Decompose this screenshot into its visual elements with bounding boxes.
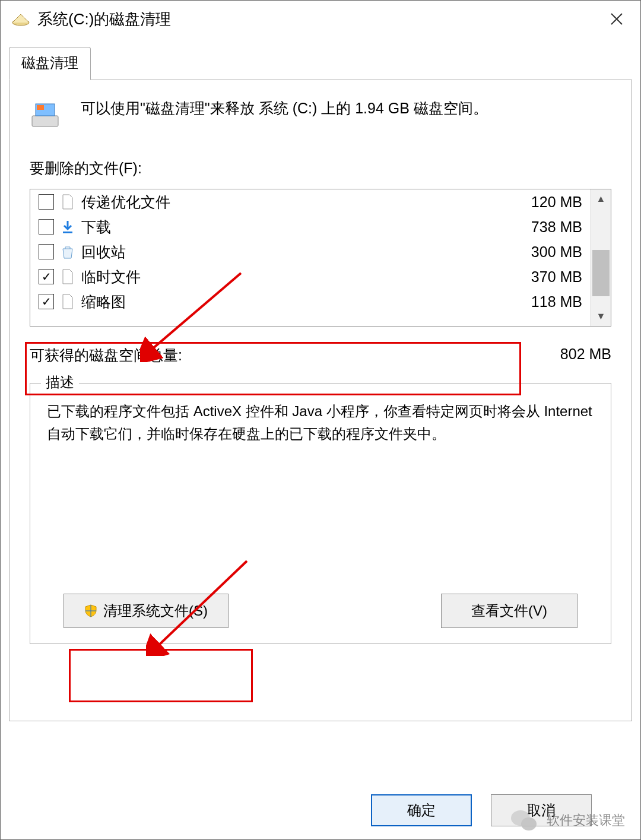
annotation-highlight [69, 649, 253, 702]
window-title: 系统(C:)的磁盘清理 [37, 9, 599, 30]
file-icon [60, 193, 75, 211]
checkbox[interactable] [39, 244, 54, 259]
scroll-up-icon[interactable]: ▲ [596, 189, 606, 208]
item-size: 738 MB [531, 218, 582, 236]
item-size: 370 MB [531, 268, 582, 286]
list-item[interactable]: 回收站 300 MB [30, 239, 591, 264]
button-label: 确定 [407, 801, 436, 820]
gain-label: 可获得的磁盘空间总量: [30, 345, 182, 365]
item-label: 传递优化文件 [81, 192, 170, 212]
file-list: 传递优化文件 120 MB 下载 738 MB 回收站 300 MB [30, 189, 611, 327]
button-label: 清理系统文件(S) [103, 601, 208, 620]
titlebar: 系统(C:)的磁盘清理 [1, 1, 640, 37]
scrollbar[interactable]: ▲ ▼ [591, 189, 611, 326]
item-label: 回收站 [81, 242, 126, 262]
close-button[interactable] [599, 5, 634, 33]
list-item[interactable]: 临时文件 370 MB [30, 264, 591, 289]
item-size: 300 MB [531, 243, 582, 261]
checkbox[interactable] [39, 269, 54, 284]
ok-button[interactable]: 确定 [371, 794, 472, 826]
watermark-text: 软件安装课堂 [547, 812, 625, 829]
download-icon [60, 218, 75, 236]
item-size: 118 MB [531, 293, 582, 310]
files-to-delete-label: 要删除的文件(F): [30, 159, 611, 178]
gain-value: 802 MB [560, 345, 611, 365]
view-files-button[interactable]: 查看文件(V) [441, 594, 577, 628]
item-label: 临时文件 [81, 267, 141, 287]
checkbox[interactable] [39, 194, 54, 210]
recycle-icon [60, 243, 75, 261]
scroll-down-icon[interactable]: ▼ [596, 307, 606, 326]
tab-panel: 可以使用"磁盘清理"来释放 系统 (C:) 上的 1.94 GB 磁盘空间。 要… [9, 80, 632, 721]
list-item[interactable]: 传递优化文件 120 MB [30, 189, 591, 214]
description-legend: 描述 [41, 373, 79, 392]
svg-point-8 [521, 817, 537, 831]
checkbox[interactable] [39, 294, 54, 309]
button-label: 查看文件(V) [471, 601, 547, 620]
tab-strip: 磁盘清理 [9, 47, 632, 80]
scroll-thumb[interactable] [592, 250, 610, 296]
svg-rect-1 [32, 116, 58, 126]
description-fieldset: 描述 已下载的程序文件包括 ActiveX 控件和 Java 小程序，你查看特定… [30, 383, 611, 644]
list-item[interactable]: 下载 738 MB [30, 214, 591, 239]
drive-icon [30, 99, 61, 130]
shield-icon [84, 604, 97, 617]
watermark: 软件安装课堂 [510, 809, 625, 832]
item-label: 下载 [81, 217, 111, 237]
file-icon [60, 293, 75, 310]
item-size: 120 MB [531, 194, 582, 211]
tab-disk-cleanup[interactable]: 磁盘清理 [9, 47, 91, 80]
cleanup-system-files-button[interactable]: 清理系统文件(S) [64, 594, 229, 628]
svg-rect-4 [63, 232, 72, 233]
summary-text: 可以使用"磁盘清理"来释放 系统 (C:) 上的 1.94 GB 磁盘空间。 [81, 98, 488, 119]
list-item[interactable]: 缩略图 118 MB [30, 289, 591, 314]
wechat-icon [510, 809, 538, 832]
checkbox[interactable] [39, 219, 54, 234]
description-text: 已下载的程序文件包括 ActiveX 控件和 Java 小程序，你查看特定网页时… [47, 400, 594, 446]
file-icon [60, 268, 75, 286]
svg-rect-3 [37, 105, 44, 110]
disk-cleanup-icon [11, 11, 30, 27]
item-label: 缩略图 [81, 292, 126, 312]
